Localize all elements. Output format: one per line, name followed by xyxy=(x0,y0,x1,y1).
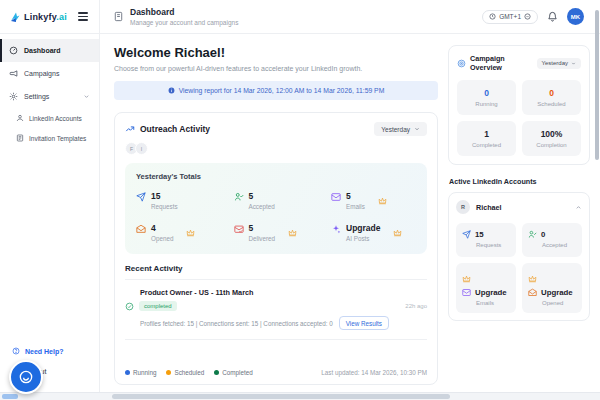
account-filter-avatars: F I xyxy=(125,142,427,155)
mail-open-icon xyxy=(136,224,146,234)
stat-ai-posts: UpgradeAI Posts xyxy=(331,224,416,242)
header-actions: GMT+1 MK xyxy=(482,8,600,25)
sidebar-item-settings[interactable]: Settings xyxy=(0,85,99,108)
mail-icon xyxy=(462,288,471,297)
overview-tile-scheduled: 0 Scheduled xyxy=(522,80,581,115)
dashboard-icon xyxy=(9,46,18,55)
brand-logo[interactable]: Linkyfy.ai xyxy=(9,11,67,23)
mail-icon xyxy=(331,192,341,202)
chat-widget-button[interactable] xyxy=(9,360,43,394)
campaign-name: Product Owner - US - 11th March xyxy=(140,288,427,297)
running-dot xyxy=(125,370,130,375)
hamburger-menu-icon[interactable] xyxy=(76,10,90,23)
crown-icon xyxy=(378,197,387,206)
page-header: Dashboard Manage your account and campai… xyxy=(100,7,238,26)
overview-tile-completed: 1 Completed xyxy=(457,121,516,156)
user-avatar[interactable]: MK xyxy=(567,8,584,25)
user-check-icon xyxy=(528,230,537,239)
mail-check-icon xyxy=(234,224,244,234)
report-period-text: Viewing report for 14 Mar 2026, 12:00 AM… xyxy=(179,87,385,94)
sidebar: Dashboard Campaigns Settings LinkedIn Ac… xyxy=(0,33,100,393)
time-ago: 22h ago xyxy=(405,303,427,309)
recent-activity-section: Recent Activity Product Owner - US - 11t… xyxy=(125,264,427,376)
overview-period-dropdown[interactable]: Yesterday xyxy=(537,58,581,69)
yesterdays-totals-card: Yesterday's Totals 15Requests xyxy=(125,163,427,254)
legend-running: Running xyxy=(125,369,156,376)
sidebar-item-campaigns[interactable]: Campaigns xyxy=(0,62,99,85)
account-stat-opened: Upgrade Opened xyxy=(522,263,582,313)
scheduled-dot xyxy=(166,370,171,375)
sidebar-item-linkedin-accounts[interactable]: LinkedIn Accounts xyxy=(0,108,99,128)
account-chip[interactable]: I xyxy=(135,142,148,155)
user-icon xyxy=(16,114,24,122)
stat-opened: 4Opened xyxy=(136,224,230,242)
sidebar-item-invitation-templates[interactable]: Invitation Templates xyxy=(0,128,99,148)
crown-icon xyxy=(528,275,537,284)
horizontal-scrollbar-cap[interactable] xyxy=(2,394,18,399)
legend-scheduled: Scheduled xyxy=(166,369,204,376)
chevron-down-icon xyxy=(414,126,420,132)
overview-tile-completion: 100% Completion xyxy=(522,121,581,156)
completed-dot xyxy=(214,370,219,375)
page-title: Dashboard xyxy=(130,7,238,17)
main-content: Welcome Richael! Choose from our powerfu… xyxy=(100,33,592,393)
outreach-title: Outreach Activity xyxy=(140,124,210,134)
main-left-column: Welcome Richael! Choose from our powerfu… xyxy=(114,45,438,385)
stat-emails: 5Emails xyxy=(331,192,416,210)
vertical-scrollbar-thumb[interactable] xyxy=(595,10,599,160)
logo-icon xyxy=(9,11,21,23)
crown-icon xyxy=(186,229,195,238)
sidebar-item-dashboard[interactable]: Dashboard xyxy=(0,39,99,62)
page-subtitle: Manage your account and campaigns xyxy=(130,19,238,26)
horizontal-scrollbar-thumb[interactable] xyxy=(112,394,450,399)
stat-requests: 15Requests xyxy=(136,192,230,210)
timezone-label: GMT+1 xyxy=(499,13,521,20)
welcome-title: Welcome Richael! xyxy=(114,45,438,60)
chevron-down-icon xyxy=(571,61,576,66)
outreach-period-dropdown[interactable]: Yesterday xyxy=(374,122,427,136)
clock-icon xyxy=(489,13,496,20)
legend-completed: Completed xyxy=(214,369,252,376)
outreach-activity-card: Outreach Activity Yesterday F I Yesterda… xyxy=(114,112,438,385)
view-results-button[interactable]: View Results xyxy=(339,316,389,330)
report-period-banner: Viewing report for 14 Mar 2026, 12:00 AM… xyxy=(114,81,438,100)
totals-title: Yesterday's Totals xyxy=(136,172,416,181)
sparkles-icon xyxy=(331,224,341,234)
campaign-overview-title: Campaign Overview xyxy=(470,54,533,72)
main-right-column: Campaign Overview Yesterday 0 Running xyxy=(448,45,590,385)
notifications-bell-icon[interactable] xyxy=(547,11,558,22)
top-header: Linkyfy.ai Dashboard Manage your account… xyxy=(0,0,600,34)
welcome-subtitle: Choose from our powerful AI-driven featu… xyxy=(114,65,438,72)
account-accordion-header[interactable]: R Richael xyxy=(456,200,582,214)
check-circle-icon xyxy=(125,302,134,311)
crown-icon xyxy=(288,229,297,238)
info-icon xyxy=(168,87,175,94)
stat-accepted: 5Accepted xyxy=(234,192,328,210)
chevron-down-icon xyxy=(83,93,90,100)
overview-tile-running: 0 Running xyxy=(457,80,516,115)
status-badge: completed xyxy=(139,301,177,311)
gear-icon xyxy=(9,92,18,101)
status-legend: Running Scheduled Completed Last updated… xyxy=(125,361,427,376)
linkedin-account-card: R Richael 15 Requests xyxy=(448,192,590,321)
active-accounts-title: Active LinkedIn Accounts xyxy=(449,177,590,186)
timezone-selector[interactable]: GMT+1 xyxy=(482,10,538,24)
account-stat-accepted: 0 Accepted xyxy=(522,223,582,257)
activity-item: Product Owner - US - 11th March complete… xyxy=(125,280,427,340)
account-stat-requests: 15 Requests xyxy=(456,223,516,257)
chevron-up-icon xyxy=(575,204,582,211)
horizontal-scrollbar-track xyxy=(0,392,600,400)
crown-icon xyxy=(462,275,471,284)
stat-delivered: 5Delivered xyxy=(234,224,328,242)
send-icon xyxy=(462,230,471,239)
need-help-link[interactable]: Need Help? xyxy=(0,341,99,361)
crown-icon xyxy=(393,229,402,238)
account-stat-emails: Upgrade Emails xyxy=(456,263,516,313)
mail-open-icon xyxy=(528,288,537,297)
app-window: Linkyfy.ai Dashboard Manage your account… xyxy=(0,0,600,400)
account-avatar: R xyxy=(456,200,470,214)
document-icon xyxy=(113,11,124,22)
trend-up-icon xyxy=(125,124,135,134)
send-icon xyxy=(136,192,146,202)
target-icon xyxy=(457,59,466,68)
